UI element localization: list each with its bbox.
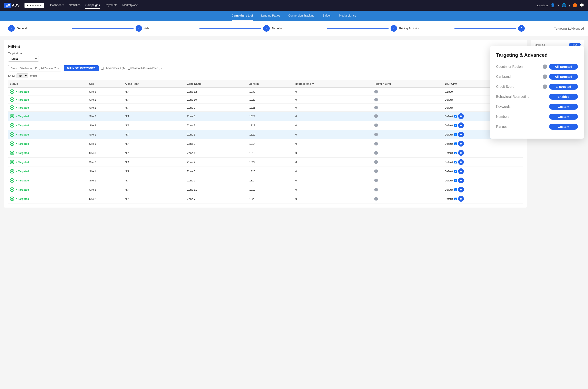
table-row: Targeted Site 2 N/A Zone 9 1826 0 i Defa… xyxy=(8,104,523,112)
targeted-link-2[interactable]: Targeted xyxy=(16,106,29,109)
zone-checkbox-12[interactable] xyxy=(454,197,457,200)
targeted-link-3[interactable]: Targeted xyxy=(16,115,29,118)
targeted-link-0[interactable]: Targeted xyxy=(16,90,29,93)
popup-badge-6[interactable]: Custom xyxy=(549,124,578,130)
popup-badge-1[interactable]: All Targeted xyxy=(549,74,578,80)
your-cpm-cell-12: Default 0 xyxy=(443,194,523,203)
your-cpm-cell-10: Default 0 xyxy=(443,176,523,185)
wizard-step-ads-check: ✓ xyxy=(135,25,142,32)
show-selected-checkbox[interactable] xyxy=(101,67,104,70)
your-cpm-cell-11: Default 0 xyxy=(443,185,523,194)
popup-rows: Country or Region i All Targeted Car bra… xyxy=(496,64,578,130)
popup-badge-4[interactable]: Custom xyxy=(549,104,578,110)
show-selected-checkbox-label[interactable]: Show Selected (9) xyxy=(101,67,125,70)
targeted-link-1[interactable]: Targeted xyxy=(16,98,29,101)
search-input[interactable] xyxy=(8,65,61,71)
cpm-info-icon-11[interactable]: i xyxy=(374,188,378,192)
targeted-link-5[interactable]: Targeted xyxy=(16,133,29,136)
nav-dashboard[interactable]: Dashboard xyxy=(50,2,64,9)
cpm-info-icon-0[interactable]: i xyxy=(374,90,378,94)
entries-select[interactable]: 10 25 50 100 xyxy=(17,73,28,78)
wizard-step-ads-label: Ads xyxy=(144,27,149,30)
targeted-link-12[interactable]: Targeted xyxy=(16,197,29,200)
target-mode-select[interactable]: Target Block All xyxy=(8,56,39,62)
cpm-info-icon-7[interactable]: i xyxy=(374,151,378,155)
table-row: Targeted Site 2 N/A Zone 7 1822 0 i Defa… xyxy=(8,194,523,203)
subnav-landing-pages[interactable]: Landing Pages xyxy=(261,11,280,21)
status-dot-10 xyxy=(10,178,14,183)
cpm-info-icon-10[interactable]: i xyxy=(374,179,378,182)
impressions-cell-0: 0 xyxy=(294,88,373,96)
popup-info-icon-1[interactable]: i xyxy=(543,74,547,79)
impressions-cell-7: 0 xyxy=(294,148,373,158)
cpm-info-icon-1[interactable]: i xyxy=(374,98,378,101)
targeted-link-4[interactable]: Targeted xyxy=(16,124,29,127)
cpm-info-icon-2[interactable]: i xyxy=(374,106,378,109)
cpm-info-icon-9[interactable]: i xyxy=(374,169,378,173)
site-cell-7: Site 3 xyxy=(88,148,123,158)
table-row: Targeted Site 3 N/A Zone 12 1830 0 i 0.1… xyxy=(8,88,523,96)
wizard-line-1 xyxy=(72,28,133,29)
zone-checkbox-9[interactable] xyxy=(454,170,457,173)
subnav-bidder[interactable]: Bidder xyxy=(323,11,331,21)
show-custom-price-checkbox[interactable] xyxy=(128,67,131,70)
popup-row-label-2: Credit Score xyxy=(496,85,514,89)
popup-badge-0[interactable]: All Targeted xyxy=(549,64,578,70)
targeted-link-9[interactable]: Targeted xyxy=(16,170,29,173)
zone-id-cell-3: 1824 xyxy=(248,112,294,121)
bulk-select-zones-button[interactable]: BULK SELECT ZONES xyxy=(64,65,98,71)
subnav-conversion-tracking[interactable]: Conversion Tracking xyxy=(288,11,314,21)
zone-checkbox-7[interactable] xyxy=(454,152,457,154)
cpm-info-icon-8[interactable]: i xyxy=(374,160,378,164)
cpm-info-icon-3[interactable]: i xyxy=(374,114,378,118)
cpm-info-icon-5[interactable]: i xyxy=(374,133,378,136)
targeted-link-11[interactable]: Targeted xyxy=(16,188,29,191)
zone-checkbox-8[interactable] xyxy=(454,161,457,163)
subnav-campaigns-list[interactable]: Campaigns List xyxy=(232,11,253,21)
zone-checkbox-5[interactable] xyxy=(454,133,457,136)
zone-checkbox-4[interactable] xyxy=(454,124,457,127)
targeted-link-10[interactable]: Targeted xyxy=(16,179,29,182)
zone-checkbox-10[interactable] xyxy=(454,179,457,182)
status-dot-7 xyxy=(10,151,14,155)
popup-info-icon-2[interactable]: i xyxy=(543,85,547,89)
alexa-cell-2: N/A xyxy=(123,104,185,112)
subnav-media-library[interactable]: Media Library xyxy=(339,11,356,21)
nav-campaigns[interactable]: Campaigns xyxy=(85,2,100,9)
advertiser-dropdown[interactable]: Advertiser ▾ xyxy=(25,3,44,8)
globe-chevron-icon[interactable]: ▾ xyxy=(569,3,570,7)
chevron-down-icon[interactable]: ▾ xyxy=(557,3,559,7)
zone-checkbox-6[interactable] xyxy=(454,142,457,145)
impressions-cell-5: 0 xyxy=(294,130,373,139)
user-icon[interactable]: 👤 xyxy=(551,3,555,7)
zone-checkbox-3[interactable] xyxy=(454,115,457,118)
popup-badge-3[interactable]: Enabled xyxy=(549,94,578,99)
status-dot-1 xyxy=(10,97,14,102)
status-cell-0: Targeted xyxy=(8,88,88,96)
targeted-link-6[interactable]: Targeted xyxy=(16,142,29,145)
show-custom-price-checkbox-label[interactable]: Show with Custom Price (1) xyxy=(128,67,162,70)
wizard-step-general-label: General xyxy=(17,27,27,30)
notification-badge[interactable]: 1 xyxy=(573,3,577,7)
targeted-link-7[interactable]: Targeted xyxy=(16,151,29,155)
cpm-info-icon-12[interactable]: i xyxy=(374,197,378,201)
cpm-info-icon-4[interactable]: i xyxy=(374,124,378,127)
your-cpm-cell-6: Default 0 xyxy=(443,139,523,148)
impressions-cell-1: 0 xyxy=(294,96,373,104)
nav-payments[interactable]: Payments xyxy=(105,2,117,9)
globe-icon[interactable]: 🌐 xyxy=(562,3,566,7)
nav-marketplace[interactable]: Marketplace xyxy=(122,2,138,9)
popup-info-icon-0[interactable]: i xyxy=(543,65,547,69)
targeted-link-8[interactable]: Targeted xyxy=(16,161,29,164)
cpm-info-icon-6[interactable]: i xyxy=(374,142,378,146)
message-icon[interactable]: 💬 xyxy=(579,3,584,7)
status-cell-10: Targeted xyxy=(8,176,88,185)
col-impressions: Impressions ▼ xyxy=(294,80,373,88)
nav-statistics[interactable]: Statistics xyxy=(69,2,80,9)
zone-checkbox-11[interactable] xyxy=(454,188,457,191)
status-dot-3 xyxy=(10,114,14,118)
cpm-cell-6: i xyxy=(373,139,443,148)
popup-badge-2[interactable]: 1 Targeted xyxy=(549,84,578,90)
show-custom-price-label: Show with Custom Price (1) xyxy=(131,67,162,70)
popup-badge-5[interactable]: Custom xyxy=(549,114,578,120)
